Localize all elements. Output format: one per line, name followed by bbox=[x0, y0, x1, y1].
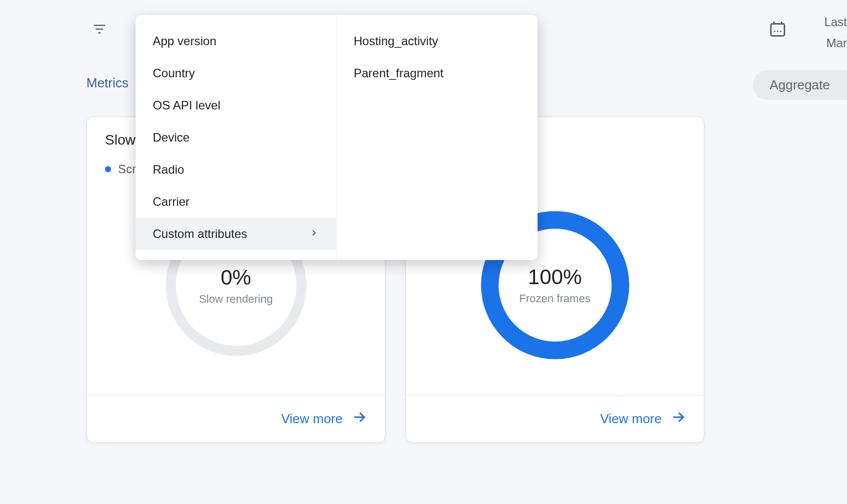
toggle-aggregate[interactable]: Aggregate bbox=[753, 70, 847, 100]
svg-point-8 bbox=[780, 31, 782, 32]
dropdown-primary-column: App version Country OS API level Device … bbox=[136, 15, 337, 260]
dropdown-item-label: Radio bbox=[153, 163, 184, 177]
dropdown-secondary-column: Hosting_activity Parent_fragment bbox=[337, 15, 538, 260]
dropdown-item-label: Country bbox=[153, 66, 195, 80]
date-range-line1[interactable]: Last bbox=[824, 15, 847, 29]
date-range-line2[interactable]: Mar bbox=[826, 36, 847, 50]
donut-value: 0% bbox=[221, 266, 251, 290]
filter-dropdown: App version Country OS API level Device … bbox=[136, 15, 538, 260]
calendar-icon[interactable] bbox=[769, 20, 787, 40]
dropdown-item-label: App version bbox=[153, 34, 217, 48]
dropdown-item-label: Device bbox=[153, 131, 189, 145]
card-footer: View more bbox=[406, 395, 704, 442]
dropdown-item-label: Parent_fragment bbox=[354, 66, 444, 80]
card-title: Slow bbox=[105, 132, 136, 148]
view-more-label: View more bbox=[600, 411, 662, 427]
view-more-button[interactable]: View more bbox=[281, 410, 367, 428]
card-footer: View more bbox=[87, 395, 385, 442]
arrow-right-icon bbox=[671, 410, 686, 428]
svg-rect-3 bbox=[771, 24, 785, 36]
dropdown-item-os-api-level[interactable]: OS API level bbox=[136, 89, 336, 121]
legend-dot-icon bbox=[105, 166, 111, 172]
view-more-label: View more bbox=[281, 411, 343, 427]
dropdown-item-label: Carrier bbox=[153, 195, 189, 209]
filter-icon[interactable] bbox=[90, 20, 109, 38]
arrow-right-icon bbox=[352, 410, 367, 428]
dropdown-item-custom-attributes[interactable]: Custom attributes bbox=[136, 218, 336, 250]
donut-label: Frozen frames bbox=[519, 292, 591, 305]
dropdown-item-device[interactable]: Device bbox=[136, 121, 336, 154]
dropdown-item-label: Hosting_activity bbox=[354, 34, 438, 48]
chevron-right-icon bbox=[309, 227, 319, 241]
dropdown-item-country[interactable]: Country bbox=[136, 57, 336, 89]
dropdown-item-label: Custom attributes bbox=[153, 227, 247, 241]
dropdown-item-parent-fragment[interactable]: Parent_fragment bbox=[337, 57, 538, 89]
dropdown-item-label: OS API level bbox=[153, 98, 221, 112]
dropdown-item-carrier[interactable]: Carrier bbox=[136, 186, 336, 218]
donut-label: Slow rendering bbox=[199, 293, 273, 306]
legend-label: Scr bbox=[118, 162, 136, 176]
svg-point-7 bbox=[777, 31, 779, 32]
dropdown-item-radio[interactable]: Radio bbox=[136, 154, 336, 186]
view-more-button[interactable]: View more bbox=[600, 410, 686, 428]
dropdown-item-hosting-activity[interactable]: Hosting_activity bbox=[337, 25, 538, 57]
tab-metrics[interactable]: Metrics bbox=[86, 75, 129, 91]
donut-value: 100% bbox=[528, 265, 582, 289]
dropdown-item-app-version[interactable]: App version bbox=[136, 25, 336, 57]
svg-point-6 bbox=[774, 31, 776, 32]
